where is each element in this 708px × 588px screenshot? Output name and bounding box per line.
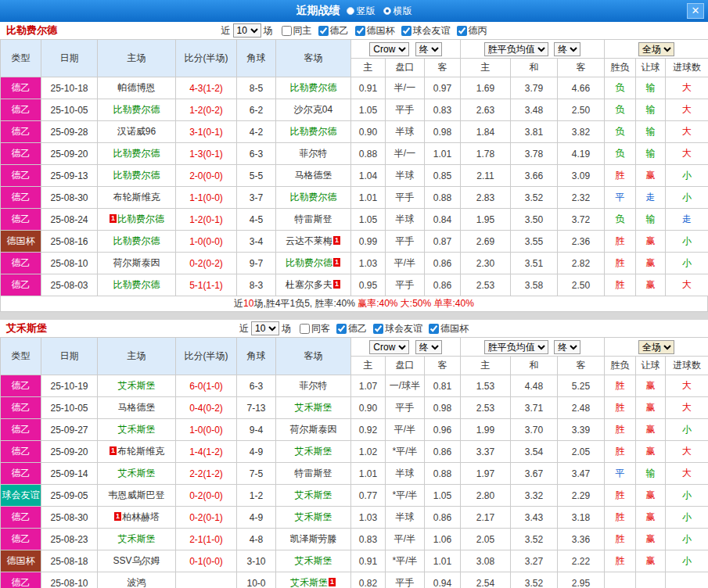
filter-checkbox[interactable]: 同主 <box>282 24 312 38</box>
match-count-select[interactable]: 10 <box>233 23 261 38</box>
match-count-select[interactable]: 10 <box>251 321 279 335</box>
home-team-cell: 荷尔斯泰因 <box>98 253 176 274</box>
asia-final-select[interactable]: 终 <box>415 340 442 354</box>
asia-away-odds: 0.86 <box>425 253 461 274</box>
asia-home-odds: 0.90 <box>351 397 386 419</box>
euro-home-odds: 1.53 <box>461 375 511 397</box>
scope-select[interactable]: 全场 <box>638 42 674 56</box>
subcol-goals: 进球数 <box>666 59 708 77</box>
team-label: 比勒费尔德 <box>113 279 160 290</box>
games-label: 场 <box>282 322 291 335</box>
team1-filter-checkbox-group: 同主德乙德国杯球会友谊德丙 <box>275 24 487 38</box>
checkbox-input[interactable] <box>429 324 439 334</box>
corners-cell: 4-5 <box>237 209 276 231</box>
result-goals-cell: 大 <box>666 274 708 296</box>
euro-draw-odds: 4.48 <box>511 375 558 397</box>
team-label: 艾禾斯堡 <box>118 424 156 435</box>
checkbox-input[interactable] <box>401 26 412 36</box>
score-cell: 3-1(0-1) <box>176 121 237 143</box>
asia-final-select[interactable]: 终 <box>415 42 442 56</box>
team-label: 艾禾斯堡 <box>118 380 156 391</box>
scope-select[interactable]: 全场 <box>638 340 674 354</box>
filter-checkbox[interactable]: 德丙 <box>457 24 487 38</box>
match-row: 德乙25-09-28汉诺威963-1(0-1)4-2比勒费尔德0.90半球0.9… <box>1 121 708 143</box>
home-team-cell: 汉诺威96 <box>98 121 176 143</box>
match-row: 德乙25-08-03比勒费尔德5-1(1-1)8-3杜塞尔多夫10.95平手0.… <box>1 274 708 296</box>
horizontal-layout-radio[interactable]: 横版 <box>383 5 412 18</box>
euro-away-odds: 2.05 <box>558 441 605 463</box>
corners-cell: 6-2 <box>237 99 276 121</box>
filter-checkbox[interactable]: 德乙 <box>336 322 367 335</box>
filter-checkbox[interactable]: 球会友谊 <box>373 322 422 335</box>
away-team-cell: 艾禾斯堡 <box>276 485 351 507</box>
result-goals-cell: 大 <box>666 77 708 99</box>
checkbox-input[interactable] <box>373 324 383 334</box>
subcol-euro-home: 主 <box>461 357 511 375</box>
corners-cell: 10-0 <box>237 572 276 588</box>
filter-checkbox[interactable]: 德国杯 <box>355 24 395 38</box>
checkbox-input[interactable] <box>282 26 292 36</box>
asia-away-odds: 0.86 <box>425 441 461 463</box>
filter-checkbox[interactable]: 同客 <box>300 322 330 335</box>
filter-checkbox[interactable]: 德国杯 <box>429 322 469 335</box>
euro-home-odds: 1.84 <box>461 121 511 143</box>
team2-filter-controls: 近 10 场 同客德乙球会友谊德国杯 <box>110 321 708 335</box>
checkbox-input[interactable] <box>318 26 329 36</box>
col-header-corners: 角球 <box>237 338 276 375</box>
result-goals-cell: 小 <box>666 419 708 441</box>
result-goals-cell <box>666 572 708 588</box>
team1-filter-row: 比勒费尔德 近 10 场 同主德乙德国杯球会友谊德丙 <box>0 22 708 39</box>
bookmaker-select[interactable]: Crow <box>369 340 409 354</box>
subcol-euro-away: 客 <box>558 357 605 375</box>
avg-odds-select[interactable]: 胜平负均值 <box>484 340 548 354</box>
corners-cell: 4-2 <box>237 121 276 143</box>
result-handicap-cell: 输 <box>636 209 666 231</box>
home-team-cell: 艾禾斯堡 <box>98 375 176 397</box>
close-button[interactable]: ✕ <box>687 3 704 19</box>
vertical-layout-radio[interactable]: 竖版 <box>347 5 376 18</box>
euro-home-odds: 3.08 <box>461 550 511 572</box>
team-label: 艾禾斯堡 <box>295 511 332 522</box>
subcol-handicap: 盘口 <box>386 357 425 375</box>
team1-section: 比勒费尔德 近 10 场 同主德乙德国杯球会友谊德丙 类型 日期 主场 比分(半… <box>0 22 708 312</box>
date-cell: 25-09-28 <box>41 121 98 143</box>
asia-handicap: 平手 <box>386 99 425 121</box>
result-handicap-cell: 赢 <box>636 253 666 274</box>
asia-away-odds: 0.86 <box>425 274 461 296</box>
team-label: 帕德博恩 <box>118 82 156 93</box>
summary-segment: 场,胜4平1负5, 胜率:40% <box>253 298 354 309</box>
date-cell: 25-08-30 <box>41 187 98 209</box>
result-wdl-cell: 胜 <box>605 165 636 187</box>
result-wdl-cell: 胜 <box>605 253 636 274</box>
team2-name: 艾禾斯堡 <box>0 321 110 335</box>
col-header-score: 比分(半场) <box>176 40 237 77</box>
filter-checkbox[interactable]: 球会友谊 <box>401 24 451 38</box>
asia-handicap: 平/半 <box>386 253 425 274</box>
asia-home-odds: 1.01 <box>351 187 386 209</box>
date-cell: 25-10-05 <box>41 99 98 121</box>
team1-filter-controls: 近 10 场 同主德乙德国杯球会友谊德丙 <box>110 23 708 38</box>
date-cell: 25-10-19 <box>41 375 98 397</box>
checkbox-input[interactable] <box>300 324 310 334</box>
euro-final-select[interactable]: 终 <box>554 42 580 56</box>
score-cell: 0-2(0-2) <box>176 253 237 274</box>
result-goals-cell: 大 <box>666 121 708 143</box>
filter-checkbox[interactable]: 德乙 <box>318 24 349 38</box>
avg-odds-select[interactable]: 胜平负均值 <box>484 42 548 56</box>
asia-handicap: 平手 <box>386 397 425 419</box>
corners-cell: 6-3 <box>237 143 276 165</box>
euro-final-select[interactable]: 终 <box>554 340 580 354</box>
euro-home-odds: 1.95 <box>461 209 511 231</box>
checkbox-input[interactable] <box>336 324 347 334</box>
card-badge: 1 <box>333 258 340 267</box>
team-label: 艾禾斯堡 <box>118 533 156 544</box>
score-cell: 1-3(0-1) <box>176 143 237 165</box>
score-cell: 2-2(1-2) <box>176 463 237 485</box>
league-type-cell: 德乙 <box>1 507 41 529</box>
bookmaker-select[interactable]: Crow <box>369 42 409 56</box>
checkbox-input[interactable] <box>457 26 467 36</box>
checkbox-input[interactable] <box>355 26 365 36</box>
team-label: 艾禾斯堡 <box>295 555 332 566</box>
result-wdl-cell: 平 <box>605 187 636 209</box>
card-badge: 1 <box>329 578 336 586</box>
